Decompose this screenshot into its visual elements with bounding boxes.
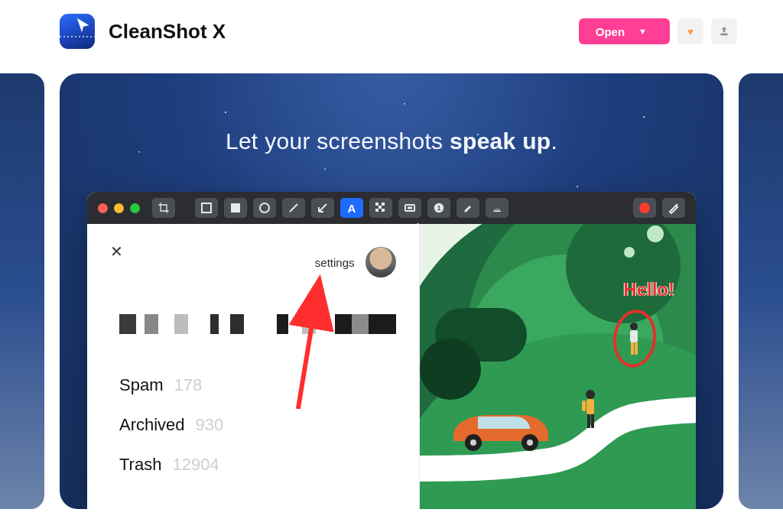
- list-item-name: Trash: [119, 455, 161, 475]
- zoom-window-icon[interactable]: [130, 203, 140, 213]
- list-item[interactable]: Trash 12904: [119, 455, 396, 475]
- svg-rect-8: [375, 209, 379, 212]
- rect-fill-icon: [229, 202, 242, 214]
- close-window-icon[interactable]: [98, 203, 108, 213]
- page-header: CleanShot X Open ▼ ♥: [0, 0, 783, 73]
- arrow-icon: [317, 202, 329, 214]
- ellipse-icon: [258, 202, 271, 214]
- editor-panes: ✕ settings: [87, 224, 696, 509]
- share-button[interactable]: [711, 18, 737, 44]
- heart-icon: ♥: [687, 26, 694, 37]
- window-controls: [98, 203, 140, 213]
- open-button[interactable]: Open ▼: [579, 18, 670, 44]
- app-icon: [60, 14, 95, 49]
- tool-line[interactable]: [282, 198, 305, 218]
- list-item-name: Archived: [119, 415, 185, 435]
- svg-rect-0: [720, 34, 727, 36]
- app-title: CleanShot X: [109, 20, 226, 44]
- svg-rect-23: [591, 414, 594, 428]
- list-item-name: Spam: [119, 375, 163, 395]
- text-icon: A: [348, 202, 356, 215]
- text-annotation: Hello!: [623, 279, 674, 300]
- svg-text:1: 1: [437, 204, 440, 212]
- svg-point-20: [586, 390, 595, 399]
- svg-rect-9: [382, 209, 385, 212]
- list-item[interactable]: Spam 178: [119, 375, 396, 395]
- svg-line-4: [290, 204, 297, 212]
- tagline-suffix: .: [551, 128, 557, 154]
- svg-rect-2: [231, 203, 240, 212]
- svg-point-12: [434, 203, 443, 212]
- tool-arrow[interactable]: [311, 198, 334, 218]
- tool-crop[interactable]: [152, 198, 175, 218]
- emoji-icon: A: [490, 202, 504, 214]
- pen-icon: [668, 202, 680, 214]
- cursor-arrow-icon: [75, 17, 92, 34]
- record-icon: [639, 203, 650, 213]
- list-item[interactable]: Archived 930: [119, 415, 396, 435]
- header-actions: Open ▼ ♥: [579, 18, 737, 44]
- svg-rect-21: [586, 399, 594, 414]
- tagline-strong: speak up: [450, 128, 551, 154]
- list-item-count: 178: [174, 375, 202, 395]
- tool-emoji[interactable]: A: [486, 198, 508, 218]
- person-icon: [580, 389, 600, 430]
- svg-rect-11: [408, 207, 412, 209]
- svg-rect-1: [202, 203, 211, 212]
- tool-record[interactable]: [633, 198, 656, 218]
- open-button-label: Open: [596, 25, 625, 38]
- svg-rect-10: [405, 205, 414, 211]
- spotlight-icon: [404, 202, 416, 214]
- pixelated-redaction: [119, 314, 396, 334]
- favorite-button[interactable]: ♥: [677, 18, 703, 44]
- list-item-count: 12904: [172, 455, 219, 475]
- svg-point-3: [260, 203, 269, 212]
- folder-list: Spam 178 Archived 930 Trash 12904: [119, 375, 396, 475]
- crop-icon: [158, 202, 170, 214]
- highlighter-icon: [462, 202, 474, 214]
- settings-label: settings: [315, 256, 355, 269]
- editor-titlebar: A 1 A: [87, 192, 696, 224]
- svg-rect-24: [582, 401, 586, 411]
- app-identity: CleanShot X: [60, 14, 226, 49]
- rect-outline-icon: [200, 202, 213, 214]
- promo-tagline: Let your screenshots speak up.: [60, 128, 723, 154]
- list-item-count: 930: [196, 415, 224, 435]
- pane-right: ✕: [420, 224, 697, 509]
- svg-rect-22: [587, 414, 590, 428]
- caret-down-icon: ▼: [638, 27, 647, 36]
- svg-point-17: [470, 440, 476, 446]
- carousel-prev-peek[interactable]: [0, 73, 44, 509]
- line-icon: [288, 202, 300, 214]
- car-icon: [447, 401, 554, 455]
- tool-rect-fill[interactable]: [224, 198, 247, 218]
- tagline-prefix: Let your screenshots: [226, 128, 450, 154]
- share-icon: [718, 25, 730, 37]
- counter-icon: 1: [433, 202, 445, 214]
- svg-rect-7: [379, 206, 382, 209]
- tool-spotlight[interactable]: [398, 198, 421, 218]
- svg-rect-6: [382, 203, 385, 206]
- tool-highlighter[interactable]: [456, 198, 479, 218]
- carousel-card-main: Let your screenshots speak up.: [60, 73, 723, 509]
- tool-pixelate[interactable]: [369, 198, 392, 218]
- tool-pen[interactable]: [662, 198, 685, 218]
- carousel-next-peek[interactable]: [739, 73, 783, 509]
- pane-left-close[interactable]: ✕: [110, 242, 123, 261]
- pane-left: ✕ settings: [87, 224, 420, 509]
- tool-ellipse[interactable]: [253, 198, 276, 218]
- tool-text[interactable]: A: [340, 198, 363, 218]
- svg-point-19: [527, 440, 533, 446]
- svg-rect-5: [375, 203, 379, 206]
- illustration: Hello!: [420, 224, 697, 509]
- avatar[interactable]: [366, 247, 396, 277]
- promo-carousel: Let your screenshots speak up.: [0, 73, 783, 509]
- settings-row: settings: [119, 247, 396, 277]
- tool-counter[interactable]: 1: [427, 198, 450, 218]
- minimize-window-icon[interactable]: [114, 203, 124, 213]
- editor-window: A 1 A: [87, 192, 696, 509]
- pixelate-icon: [375, 202, 387, 214]
- svg-text:A: A: [495, 206, 499, 212]
- tool-rect-outline[interactable]: [195, 198, 218, 218]
